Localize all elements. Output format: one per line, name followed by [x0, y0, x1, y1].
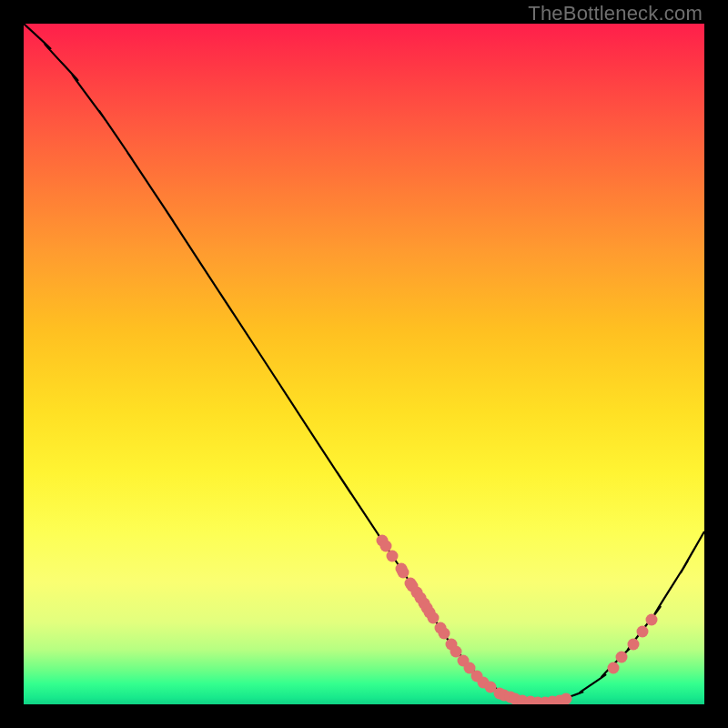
bottleneck-curve [24, 24, 704, 703]
data-point [387, 551, 399, 562]
data-point [616, 652, 628, 663]
data-point [637, 626, 649, 638]
chart-svg [24, 24, 704, 704]
data-point [646, 614, 658, 626]
data-point [380, 541, 392, 552]
data-point [608, 662, 620, 674]
watermark-text: TheBottleneck.com [528, 2, 703, 25]
data-point [439, 628, 450, 640]
chart-frame [24, 24, 704, 704]
data-point [428, 612, 440, 624]
data-points [377, 535, 658, 705]
data-point [561, 693, 572, 705]
data-point [628, 639, 640, 651]
data-point [398, 567, 410, 579]
